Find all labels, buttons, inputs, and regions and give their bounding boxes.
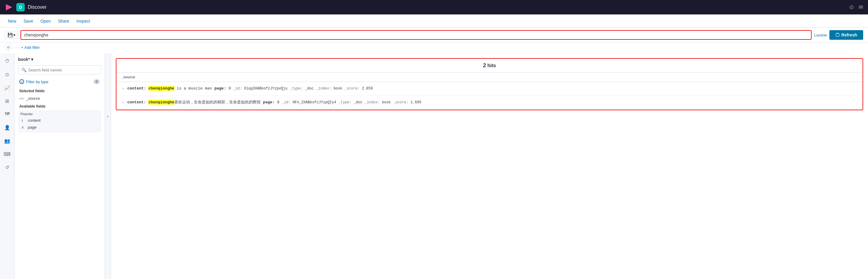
filter-by-type-label: Filter by type — [26, 79, 48, 84]
nav-share-button[interactable]: Share — [55, 17, 72, 25]
source-field-name: _source — [26, 96, 40, 101]
nav-open-button[interactable]: Open — [37, 17, 54, 25]
field-search-input[interactable] — [28, 68, 98, 72]
filter-type-icon: ⊙ — [19, 79, 24, 84]
field-search-icon: 🔍 — [22, 68, 27, 72]
collapse-chevron-icon: ‹ — [107, 114, 108, 119]
search-options-button[interactable]: 💾 ▾ — [5, 31, 18, 39]
filter-by-type-row[interactable]: ⊙ Filter by type 0 — [18, 77, 101, 86]
table-row[interactable]: › content: chenqionghe is a muscle man p… — [116, 82, 863, 96]
nav-map-icon[interactable]: 🗺 — [2, 109, 13, 119]
source-field-item[interactable]: </> _source — [18, 95, 101, 102]
nav-bar: New Save Open Share Inspect — [0, 14, 868, 28]
expand-row-1-button[interactable]: › — [121, 86, 125, 91]
remove-filter-icon[interactable]: ⊖ — [5, 44, 12, 51]
result-row-1-content: content: chenqionghe is a muscle man pag… — [127, 85, 858, 92]
refresh-spin-icon — [835, 33, 840, 37]
refresh-button[interactable]: Refresh — [829, 30, 863, 40]
hits-count: 2 — [483, 62, 486, 68]
expand-row-2-button[interactable]: › — [121, 100, 125, 105]
field-page-name: page — [28, 125, 36, 130]
results-panel: 2 hits _source › content: chenqionghe is… — [111, 53, 868, 279]
app-avatar: D — [16, 3, 25, 11]
table-row[interactable]: › content: chenqionghe喜欢运动，生命是如此的精彩，生命是如… — [116, 96, 863, 110]
field-item-content[interactable]: t content — [21, 117, 99, 124]
nav-inspect-button[interactable]: Inspect — [73, 17, 93, 25]
icon-nav: ⏱ ⊙ 📈 ⊞ 🗺 👤 👥 ⌨ ↺ — [0, 53, 14, 279]
hits-header: 2 hits — [116, 59, 863, 73]
nav-save-button[interactable]: Save — [21, 17, 36, 25]
nav-clock-icon[interactable]: ⏱ — [2, 56, 13, 67]
popular-section: Popular t content # page — [18, 110, 101, 133]
index-selector[interactable]: book* ▾ — [18, 57, 101, 62]
filter-type-badge: 0 — [93, 79, 100, 84]
filter-bar: ⊖ — + Add filter — [0, 42, 868, 53]
app-title: Discover — [28, 4, 46, 10]
top-bar-icons: ⊙ ✉ — [849, 4, 863, 10]
nav-group-icon[interactable]: 👥 — [2, 135, 13, 146]
hits-label-text: hits — [487, 63, 496, 68]
kibana-logo-icon — [5, 3, 13, 11]
result-row-2-content: content: chenqionghe喜欢运动，生命是如此的精彩，生命是如此的… — [127, 99, 858, 106]
number-type-icon: # — [22, 126, 26, 129]
nav-table-icon[interactable]: ⊞ — [2, 96, 13, 106]
lucene-label[interactable]: Lucene — [814, 33, 827, 37]
left-panel: book* ▾ 🔍 ⊙ Filter by type 0 Selected fi… — [14, 53, 105, 279]
text-type-icon: t — [22, 119, 26, 122]
search-bar-area: 💾 ▾ Lucene Refresh — [0, 28, 868, 42]
nav-chart-icon[interactable]: 📈 — [2, 82, 13, 93]
nav-refresh-icon[interactable]: ↺ — [2, 162, 13, 173]
field-search: 🔍 — [18, 65, 101, 74]
save-search-icon: 💾 — [7, 33, 13, 37]
add-filter-button[interactable]: + Add filter — [21, 45, 40, 50]
selected-fields-title: Selected fields — [19, 89, 100, 93]
search-input[interactable] — [24, 33, 808, 37]
popular-label: Popular — [21, 112, 99, 116]
nav-person-icon[interactable]: 👤 — [2, 122, 13, 133]
chevron-down-icon: ▾ — [13, 33, 16, 37]
index-name: book* — [18, 57, 30, 62]
results-box: 2 hits _source › content: chenqionghe is… — [116, 58, 863, 110]
field-item-page[interactable]: # page — [21, 124, 99, 131]
alerts-icon[interactable]: ⊙ — [849, 4, 854, 10]
nav-search-icon[interactable]: ⊙ — [2, 69, 13, 80]
search-input-wrap — [21, 30, 812, 40]
field-content-name: content — [28, 118, 41, 123]
nav-dev-icon[interactable]: ⌨ — [2, 148, 13, 160]
nav-new-button[interactable]: New — [5, 17, 19, 25]
top-bar: D Discover ⊙ ✉ — [0, 0, 868, 14]
index-chevron-icon: ▾ — [31, 57, 33, 62]
source-code-icon: </> — [19, 97, 24, 100]
source-column-label: _source — [116, 73, 863, 82]
refresh-label: Refresh — [841, 33, 857, 37]
logo-area: D Discover — [5, 3, 849, 11]
mail-icon[interactable]: ✉ — [859, 4, 863, 10]
main-layout: ⏱ ⊙ 📈 ⊞ 🗺 👤 👥 ⌨ ↺ book* ▾ 🔍 ⊙ Filter by … — [0, 53, 868, 279]
available-fields-title: Available fields — [19, 104, 100, 108]
collapse-handle[interactable]: ‹ — [105, 53, 111, 279]
